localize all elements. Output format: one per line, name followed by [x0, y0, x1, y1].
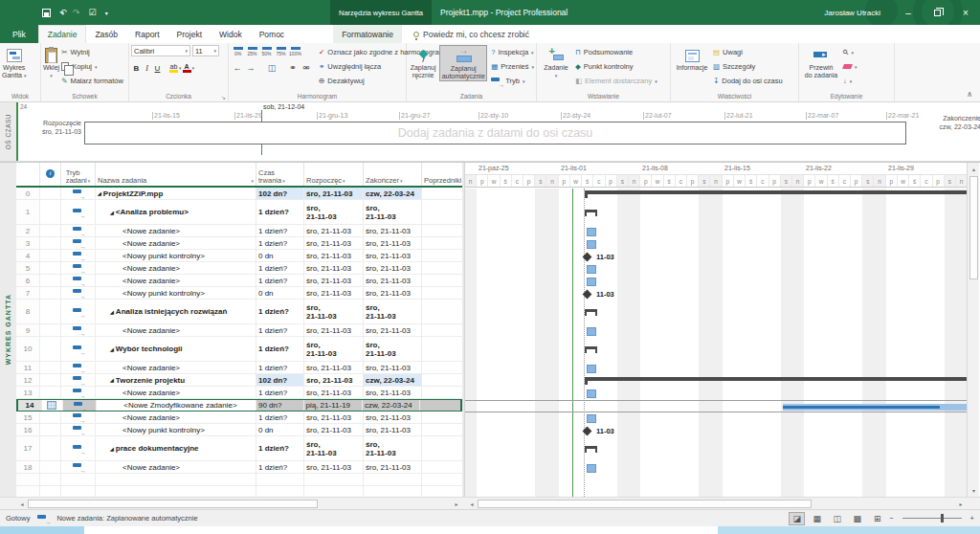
- row-number-header[interactable]: [16, 163, 40, 186]
- duration-cell[interactable]: 1 dzień?: [256, 412, 304, 423]
- indent-task-icon[interactable]: →: [244, 61, 257, 74]
- mode-cell[interactable]: [61, 250, 96, 261]
- auto-schedule-button[interactable]: Zaplanujautomatycznie: [439, 45, 487, 81]
- indicator-cell[interactable]: [40, 337, 61, 361]
- insert-summary-button[interactable]: ⊓Podsumowanie: [575, 45, 657, 59]
- row-number-cell[interactable]: 11: [16, 362, 40, 373]
- tell-me-box[interactable]: Powiedz mi, co chcesz zrobić: [413, 25, 529, 43]
- duration-cell[interactable]: 0 dn: [256, 424, 304, 435]
- indicators-header[interactable]: i: [40, 163, 61, 186]
- table-row[interactable]: 7<Nowy punkt kontrolny>0 dnśro, 21-11-03…: [16, 287, 462, 300]
- finish-cell[interactable]: czw, 22-03-24: [364, 188, 422, 199]
- finish-cell[interactable]: śro, 21-11-03: [364, 324, 422, 336]
- predecessors-cell[interactable]: [422, 362, 462, 373]
- gantt-scrollbar-thumb[interactable]: [478, 500, 812, 508]
- task-mode-button[interactable]: Tryb▾: [491, 74, 534, 88]
- link-tasks-icon[interactable]: ⚭: [286, 61, 300, 74]
- percent-50-button[interactable]: 50%: [259, 45, 274, 56]
- duration-cell[interactable]: 1 dzień?: [256, 275, 304, 286]
- start-cell[interactable]: śro, 21-11-03: [304, 362, 364, 373]
- tab-widok[interactable]: Widok: [211, 25, 251, 43]
- copy-button[interactable]: Kopiuj▾: [61, 59, 123, 74]
- font-size-select[interactable]: 11▾: [192, 45, 219, 56]
- start-cell[interactable]: śro, 21-11-03: [304, 275, 364, 286]
- mode-cell[interactable]: [61, 374, 96, 386]
- mode-cell[interactable]: [61, 200, 96, 224]
- task-name-cell[interactable]: <Nowe zadanie>: [96, 412, 256, 423]
- indicator-cell[interactable]: [40, 250, 61, 261]
- task-name-cell[interactable]: ◢Analiza istniejących rozwiązań: [96, 300, 256, 323]
- task-name-cell[interactable]: <Nowe zadanie>: [96, 262, 256, 274]
- predecessors-cell[interactable]: [422, 436, 462, 460]
- indicator-cell[interactable]: [40, 300, 61, 323]
- mode-cell[interactable]: [61, 237, 96, 249]
- collapse-ribbon-icon[interactable]: ∧: [967, 90, 972, 99]
- start-cell[interactable]: śro, 21-11-03: [304, 424, 364, 435]
- finish-cell[interactable]: śro, 21-11-03: [364, 387, 422, 398]
- indicator-cell[interactable]: [40, 275, 61, 286]
- mode-cell[interactable]: [61, 362, 96, 373]
- mode-cell[interactable]: [61, 412, 96, 423]
- mode-cell[interactable]: [61, 337, 96, 361]
- fill-button[interactable]: ↓▾: [843, 74, 858, 88]
- mode-cell[interactable]: [61, 436, 96, 460]
- row-number-cell[interactable]: 5: [16, 262, 40, 274]
- predecessors-cell[interactable]: [422, 324, 462, 336]
- scroll-right-icon[interactable]: ▸: [955, 498, 967, 509]
- expand-triangle-icon[interactable]: ◢: [110, 446, 114, 452]
- task-name-header[interactable]: Nazwa zadania▾: [96, 163, 256, 186]
- timeline-bar[interactable]: Dodaj zadania z datami do osi czasu: [84, 122, 906, 145]
- percent-0-button[interactable]: 0%: [231, 45, 245, 56]
- row-number-cell[interactable]: 6: [16, 275, 40, 286]
- mode-cell[interactable]: [61, 424, 96, 435]
- row-number-cell[interactable]: 4: [16, 250, 40, 261]
- predecessors-cell[interactable]: [422, 374, 462, 386]
- row-number-cell[interactable]: 3: [16, 237, 40, 249]
- summary-bar[interactable]: [585, 309, 597, 316]
- gantt-view-shortcut[interactable]: ◪: [789, 512, 805, 525]
- task-bar[interactable]: [587, 464, 596, 473]
- predecessors-cell[interactable]: [422, 300, 462, 323]
- row-number-cell[interactable]: 17: [16, 436, 40, 460]
- expand-triangle-icon[interactable]: ◢: [110, 377, 114, 383]
- task-name-cell[interactable]: ◢prace dokumentacyjne: [96, 436, 256, 460]
- move-task-button[interactable]: ▦Przenieś▾: [491, 59, 534, 74]
- checkbox-icon[interactable]: ☑: [89, 8, 97, 17]
- indicator-cell[interactable]: [40, 424, 61, 435]
- duration-cell[interactable]: 102 dn?: [256, 374, 304, 386]
- details-button[interactable]: ▥Szczegóły: [713, 59, 783, 74]
- indicator-cell[interactable]: [40, 324, 61, 336]
- finish-cell[interactable]: śro, 21-11-03: [364, 300, 422, 323]
- scroll-down-icon[interactable]: ▾: [968, 484, 980, 497]
- finish-cell[interactable]: czw, 22-03-24: [364, 374, 422, 386]
- mode-cell[interactable]: [61, 387, 96, 398]
- vertical-scrollbar[interactable]: ▴ ▾: [967, 163, 979, 497]
- zoom-slider-thumb[interactable]: [941, 514, 944, 523]
- row-number-cell[interactable]: 0: [16, 188, 40, 199]
- duration-cell[interactable]: 1 dzień?: [256, 300, 304, 323]
- finish-cell[interactable]: śro, 21-11-03: [364, 237, 422, 249]
- indicator-cell[interactable]: [40, 461, 61, 473]
- row-number-cell[interactable]: 12: [16, 374, 40, 386]
- table-row[interactable]: 8◢Analiza istniejących rozwiązań1 dzień?…: [16, 300, 462, 324]
- finish-cell[interactable]: śro, 21-11-03: [364, 337, 422, 361]
- duration-cell[interactable]: 1 dzień?: [256, 362, 304, 373]
- percent-100-button[interactable]: 100%: [288, 45, 302, 56]
- qat-customize-icon[interactable]: ▾: [105, 10, 108, 16]
- task-name-cell[interactable]: ◢Tworzenie projektu: [96, 374, 256, 386]
- italic-button[interactable]: I: [142, 62, 152, 74]
- duration-cell[interactable]: 1 dzień?: [256, 262, 304, 274]
- table-row[interactable]: 0◢ProjektZZiP.mpp102 dn?śro, 21-11-03czw…: [16, 188, 462, 200]
- vertical-scrollbar-thumb[interactable]: [969, 176, 978, 279]
- table-row[interactable]: 18<Nowe zadanie>1 dzień?śro, 21-11-03śro…: [16, 461, 462, 474]
- start-cell[interactable]: śro, 21-11-03: [304, 374, 364, 386]
- duration-header[interactable]: Czastrwania▾: [256, 163, 304, 186]
- percent-75-button[interactable]: 75%: [274, 45, 288, 56]
- mode-cell[interactable]: [61, 262, 96, 274]
- restore-button[interactable]: [923, 0, 951, 25]
- duration-cell[interactable]: 1 dzień?: [256, 225, 304, 236]
- table-row[interactable]: 11<Nowe zadanie>1 dzień?śro, 21-11-03śro…: [16, 362, 462, 374]
- table-horizontal-scrollbar[interactable]: ◂ ▸: [16, 498, 462, 509]
- scroll-up-icon[interactable]: ▴: [968, 163, 980, 175]
- task-bar[interactable]: [587, 414, 596, 423]
